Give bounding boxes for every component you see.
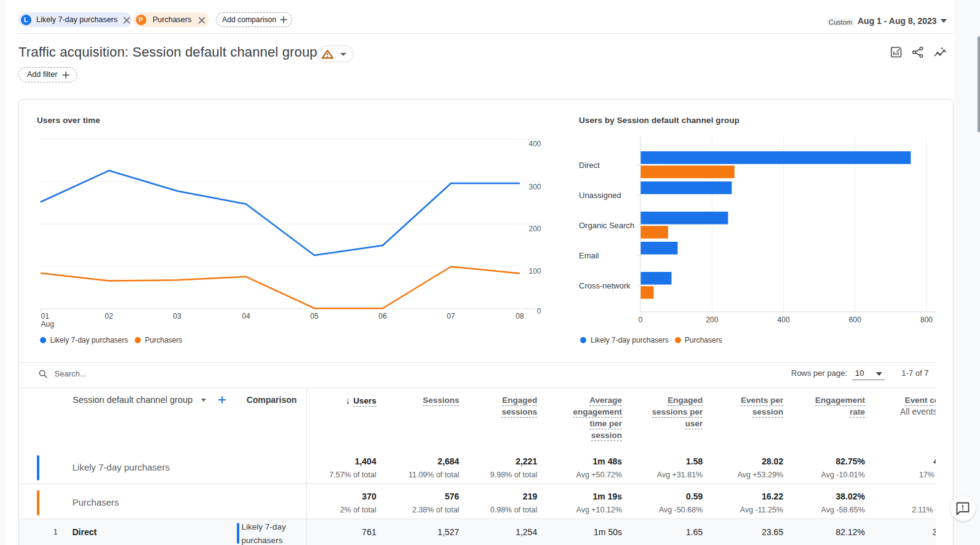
svg-text:400: 400 xyxy=(528,140,541,148)
svg-text:0: 0 xyxy=(639,316,643,324)
svg-text:200: 200 xyxy=(528,225,541,233)
svg-text:Direct: Direct xyxy=(579,161,600,170)
svg-text:400: 400 xyxy=(778,316,790,324)
svg-text:07: 07 xyxy=(447,312,455,320)
svg-text:06: 06 xyxy=(378,312,387,320)
svg-text:200: 200 xyxy=(706,316,718,324)
svg-text:Cross-network: Cross-network xyxy=(579,281,631,290)
svg-text:04: 04 xyxy=(242,312,250,320)
svg-text:05: 05 xyxy=(310,312,319,320)
svg-text:600: 600 xyxy=(849,316,861,324)
svg-text:0: 0 xyxy=(537,307,541,316)
svg-text:08: 08 xyxy=(516,312,524,320)
svg-text:Email: Email xyxy=(579,251,599,260)
svg-text:300: 300 xyxy=(528,183,541,191)
svg-text:100: 100 xyxy=(528,267,541,276)
svg-text:Aug: Aug xyxy=(41,320,54,328)
svg-text:03: 03 xyxy=(173,312,181,320)
svg-text:800: 800 xyxy=(920,316,933,324)
svg-text:Organic Search: Organic Search xyxy=(579,221,634,230)
svg-text:01: 01 xyxy=(41,312,50,320)
svg-text:02: 02 xyxy=(105,312,113,320)
svg-text:Unassigned: Unassigned xyxy=(579,191,621,200)
